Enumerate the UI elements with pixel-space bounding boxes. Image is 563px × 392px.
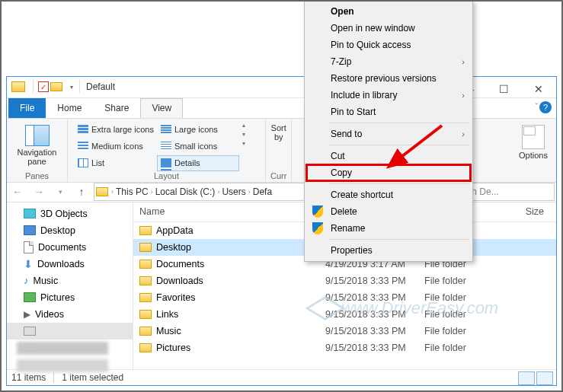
up-button[interactable]: ↑ — [72, 183, 91, 201]
options-button[interactable]: Options — [517, 122, 550, 160]
context-menu: Open Open in new window Pin to Quick acc… — [304, 0, 473, 262]
group-layout: Extra large icons Large icons Medium ico… — [68, 119, 266, 182]
view-medium[interactable]: Medium icons — [74, 139, 156, 155]
menu-restore-versions[interactable]: Restore previous versions — [306, 70, 471, 87]
crumb[interactable]: Local Disk (C:) — [153, 186, 218, 197]
chevron-right-icon: › — [462, 91, 465, 100]
menu-properties[interactable]: Properties — [306, 242, 471, 259]
tree-pictures[interactable]: Pictures — [7, 289, 133, 306]
tab-view[interactable]: View — [140, 98, 183, 118]
ribbon-tabs: File Home Share View ˇ ? — [7, 98, 556, 118]
tree-downloads[interactable]: ⬇Downloads — [7, 256, 133, 272]
menu-7zip[interactable]: 7-Zip› — [306, 53, 471, 70]
file-type: File folder — [424, 292, 497, 303]
col-size[interactable]: Size — [495, 206, 556, 217]
music-icon: ♪ — [24, 275, 29, 286]
file-date: 9/15/2018 3:33 PM — [325, 309, 424, 320]
file-row[interactable]: Pictures9/15/2018 3:33 PMFile folder — [133, 339, 556, 356]
folder-icon — [139, 343, 152, 352]
navigation-pane-button[interactable]: Navigation pane — [13, 122, 61, 166]
window-title: Default — [86, 81, 115, 92]
tree-documents[interactable]: Documents — [7, 239, 133, 256]
menu-rename[interactable]: Rename — [306, 220, 471, 237]
crumb[interactable]: This PC — [114, 186, 151, 197]
view-small[interactable]: Small icons — [157, 139, 239, 155]
col-name[interactable]: Name — [133, 206, 324, 217]
group-options: Options — [510, 119, 556, 182]
menu-create-shortcut[interactable]: Create shortcut — [306, 186, 471, 203]
tab-share[interactable]: Share — [93, 98, 140, 118]
shield-icon — [312, 206, 323, 218]
tree-desktop[interactable]: Desktop — [7, 222, 133, 239]
back-button[interactable]: ← — [8, 183, 27, 201]
view-large[interactable]: Large icons — [157, 122, 239, 138]
selection-count: 1 item selected — [62, 372, 123, 383]
view-list[interactable]: List — [74, 155, 156, 171]
folder-icon — [139, 260, 152, 269]
file-name: Favorites — [156, 292, 325, 303]
layout-scroll[interactable]: ▴▾▾ — [239, 122, 245, 171]
file-name: AppData — [156, 225, 325, 236]
view-thumbnails-button[interactable] — [536, 371, 553, 385]
tree-videos[interactable]: ▶Videos — [7, 306, 133, 323]
tree-3d-objects[interactable]: 3D Objects — [7, 206, 133, 222]
menu-include-library[interactable]: Include in library› — [306, 87, 471, 104]
tab-file[interactable]: File — [8, 98, 46, 118]
document-icon — [24, 241, 34, 253]
file-name: Music — [156, 326, 325, 336]
file-row[interactable]: Favorites9/15/2018 3:33 PMFile folder — [133, 289, 556, 306]
file-name: Desktop — [156, 242, 325, 253]
menu-pin-start[interactable]: Pin to Start — [306, 104, 471, 120]
menu-send-to[interactable]: Send to› — [306, 126, 471, 142]
qat-folder-icon[interactable] — [50, 82, 62, 91]
crumb[interactable]: Defa — [251, 186, 274, 197]
folder-icon — [139, 226, 152, 235]
file-row[interactable]: Downloads9/15/2018 3:33 PMFile folder — [133, 272, 556, 289]
menu-open[interactable]: Open — [306, 3, 471, 20]
ribbon-collapse-icon[interactable]: ˇ — [536, 103, 538, 111]
folder-icon — [96, 187, 108, 196]
folder-icon — [139, 310, 152, 319]
disk-icon — [24, 327, 36, 336]
view-extra-large[interactable]: Extra large icons — [74, 122, 156, 138]
file-name: Documents — [156, 259, 325, 269]
menu-pin-quick-access[interactable]: Pin to Quick access — [306, 37, 471, 53]
file-row[interactable]: Links9/15/2018 3:33 PMFile folder — [133, 306, 556, 323]
folder-icon — [139, 293, 152, 302]
menu-delete[interactable]: Delete — [306, 203, 471, 220]
chevron-right-icon: › — [462, 57, 465, 66]
title-bar: ✓ ▾ Default — ☐ ✕ — [7, 77, 556, 98]
file-date: 9/15/2018 3:33 PM — [325, 326, 424, 336]
crumb[interactable]: Users — [219, 186, 248, 197]
desktop-icon — [24, 225, 36, 235]
redacted — [17, 342, 108, 355]
menu-cut[interactable]: Cut — [306, 148, 471, 164]
file-date: 9/15/2018 3:33 PM — [325, 343, 424, 353]
forward-button[interactable]: → — [30, 183, 48, 201]
group-panes: Navigation pane Panes — [7, 119, 68, 182]
qat-checkbox-icon[interactable]: ✓ — [38, 81, 49, 92]
file-type: File folder — [424, 326, 497, 336]
ribbon: Navigation pane Panes Extra large icons … — [7, 118, 556, 183]
tree-music[interactable]: ♪Music — [7, 272, 133, 289]
folder-icon — [11, 81, 25, 92]
chevron-right-icon: › — [462, 129, 465, 139]
menu-copy[interactable]: Copy — [306, 164, 471, 181]
help-icon[interactable]: ? — [539, 101, 552, 113]
tree-local-disk[interactable] — [7, 323, 133, 339]
shield-icon — [312, 222, 323, 234]
tab-home[interactable]: Home — [46, 98, 93, 118]
view-details[interactable]: Details — [157, 155, 239, 171]
item-count: 11 items — [11, 372, 46, 383]
file-row[interactable]: Music9/15/2018 3:33 PMFile folder — [133, 323, 556, 339]
qat-dropdown-icon[interactable]: ▾ — [70, 84, 73, 91]
menu-open-new-window[interactable]: Open in new window — [306, 20, 471, 37]
file-type: File folder — [424, 309, 497, 320]
view-details-button[interactable] — [518, 371, 535, 385]
navigation-pane-icon — [25, 125, 50, 146]
recent-dropdown-icon[interactable]: ▾ — [51, 183, 69, 201]
sort-by-button[interactable]: Sort by — [270, 123, 286, 142]
file-name: Pictures — [156, 343, 325, 353]
file-date: 9/15/2018 3:33 PM — [325, 292, 424, 303]
group-current-view: Sort by Curr — [266, 119, 292, 182]
